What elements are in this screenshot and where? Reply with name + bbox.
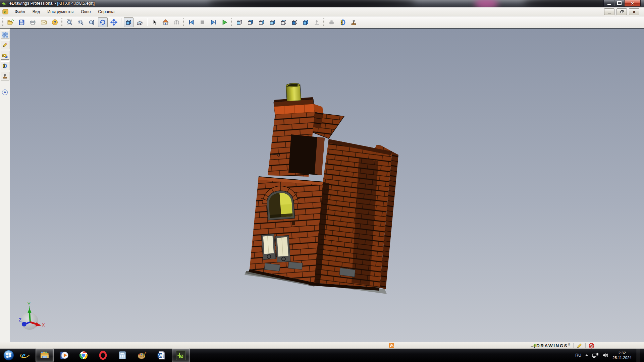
taskbar-media-player[interactable] (55, 349, 73, 362)
tray-date: 25.11.2024 (612, 355, 632, 360)
markup-panel-button[interactable] (1, 41, 9, 49)
next-view-button[interactable] (209, 17, 218, 27)
view-back-icon (247, 19, 254, 26)
send-email-button[interactable] (39, 17, 49, 27)
toolbar-grip[interactable] (61, 18, 62, 26)
pan-button[interactable] (109, 17, 119, 27)
close-glyph: × (631, 1, 634, 6)
toolbar-grip[interactable] (231, 18, 232, 26)
rotate-button[interactable] (98, 17, 108, 27)
taskbar-paint[interactable] (133, 349, 151, 362)
logo-registered: ® (568, 343, 570, 346)
animate-button[interactable] (172, 17, 181, 27)
menu-view[interactable]: Вид (29, 8, 44, 15)
view-right-button[interactable] (268, 17, 277, 27)
stamp-icon (2, 73, 8, 79)
help-button[interactable]: ? (50, 17, 60, 27)
play-button[interactable] (220, 17, 229, 27)
show-desktop-button[interactable] (637, 349, 640, 362)
open-button[interactable] (6, 17, 15, 27)
clock[interactable]: 2:32 25.11.2024 (612, 351, 632, 360)
child-minimize-glyph (608, 13, 611, 14)
toolbar-grip[interactable] (183, 18, 184, 26)
menu-help[interactable]: Справка (94, 8, 118, 15)
taskbar-opera[interactable] (94, 349, 112, 362)
edrawings-app-icon: e (2, 1, 8, 6)
maximize-button[interactable] (614, 0, 625, 7)
markup-pencil-icon[interactable] (577, 343, 582, 349)
pan-icon (110, 19, 117, 26)
view-front-button[interactable] (234, 17, 244, 27)
axis-x-label: X (42, 322, 45, 327)
taskbar: e (0, 349, 644, 362)
zoom-in-out-button[interactable] (87, 17, 97, 27)
child-close-button[interactable]: × (629, 8, 639, 15)
model-viewport[interactable]: Y X Z (10, 28, 644, 342)
close-button[interactable]: × (625, 0, 641, 7)
components-panel-button[interactable] (1, 30, 9, 39)
toolbar-grip[interactable] (2, 18, 3, 26)
taskbar-chrome[interactable] (74, 349, 93, 362)
taskbar-calculator[interactable] (113, 349, 131, 362)
media-player-icon (59, 350, 69, 360)
svg-text:e: e (4, 1, 6, 6)
previous-view-button[interactable] (186, 17, 196, 27)
menu-file[interactable]: Файл (11, 8, 29, 15)
menu-tools[interactable]: Инструменты (44, 8, 77, 15)
section-icon (339, 19, 346, 26)
taskbar-internet-explorer[interactable]: e (16, 349, 34, 362)
speaker-icon[interactable] (602, 352, 609, 358)
select-pointer-button[interactable] (150, 17, 159, 27)
shaded-button[interactable] (124, 17, 133, 27)
measure-panel-button[interactable] (1, 51, 9, 60)
print-button[interactable] (28, 17, 38, 27)
system-tray: RU 2:32 25.11.2024 (575, 349, 644, 362)
child-minimize-button[interactable] (604, 8, 614, 15)
child-restore-glyph (620, 10, 624, 13)
child-restore-button[interactable] (616, 8, 627, 15)
minimize-button[interactable] (603, 0, 614, 7)
section-panel-button[interactable] (1, 61, 9, 70)
zoom-area-button[interactable] (76, 17, 86, 27)
view-back-button[interactable] (246, 17, 255, 27)
toolbar-grip[interactable] (323, 18, 324, 26)
glass-smudge-pink (475, 0, 498, 7)
perspective-button[interactable] (312, 17, 322, 27)
glass-smudge (208, 0, 416, 7)
hidden-lines-removed-button[interactable] (135, 17, 145, 27)
view-isometric-button[interactable] (301, 17, 311, 27)
menu-window[interactable]: Окно (77, 8, 94, 15)
rotate-icon (99, 19, 106, 26)
zoom-in-out-icon (88, 19, 95, 26)
expand-panel-button[interactable]: » (2, 86, 8, 96)
rss-icon[interactable] (389, 343, 394, 348)
view-top-button[interactable] (279, 17, 288, 27)
stamp-panel-button[interactable] (1, 72, 9, 80)
warming-niche (266, 190, 295, 220)
measure-disabled-icon[interactable] (589, 343, 594, 349)
measure-icon (2, 53, 8, 58)
stamp-icon (350, 19, 357, 26)
stop-button[interactable] (198, 17, 207, 27)
window-title: eDrawings Professional - [КП ХК 4,0x8,5.… (9, 1, 95, 6)
print-icon (29, 19, 36, 26)
view-left-button[interactable] (257, 17, 266, 27)
move-component-button[interactable] (327, 17, 336, 27)
view-bottom-button[interactable] (290, 17, 300, 27)
home-view-button[interactable] (161, 17, 170, 27)
stop-icon (199, 19, 206, 26)
taskbar-windows-explorer[interactable] (36, 349, 54, 362)
taskbar-edrawings[interactable]: e (172, 349, 190, 362)
zoom-fit-button[interactable] (65, 17, 74, 27)
show-hidden-icons[interactable] (585, 354, 588, 356)
components-icon (2, 32, 8, 38)
start-button[interactable] (2, 349, 15, 362)
taskbar-word[interactable]: W (152, 349, 170, 362)
save-button[interactable] (17, 17, 26, 27)
send-email-icon (40, 19, 47, 26)
section-button[interactable] (338, 17, 347, 27)
language-indicator[interactable]: RU (575, 353, 581, 358)
play-icon (221, 19, 228, 26)
network-icon[interactable] (592, 352, 599, 358)
stamp-button[interactable] (349, 17, 359, 27)
